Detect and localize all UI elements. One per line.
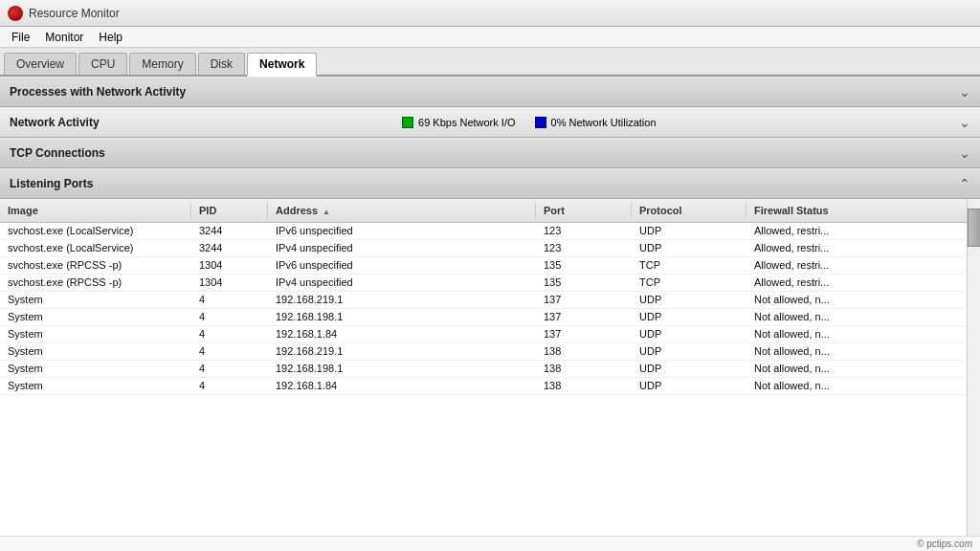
scrollbar-thumb[interactable] bbox=[968, 209, 980, 247]
cell-port: 138 bbox=[536, 378, 632, 394]
cell-image: svchost.exe (RPCSS -p) bbox=[0, 257, 191, 274]
cell-firewallStatus: Allowed, restri... bbox=[746, 275, 967, 291]
title-bar: Resource Monitor bbox=[0, 0, 980, 27]
col-protocol[interactable]: Protocol bbox=[632, 202, 746, 219]
cell-pid: 1304 bbox=[191, 257, 268, 274]
cell-image: svchost.exe (LocalService) bbox=[0, 240, 191, 256]
cell-port: 135 bbox=[536, 275, 632, 291]
tab-disk[interactable]: Disk bbox=[198, 53, 245, 75]
listening-ports-header[interactable]: Listening Ports ⌃ bbox=[0, 168, 980, 199]
table-header: Image PID Address ▲ Port P bbox=[0, 199, 967, 223]
footer: © pctips.com bbox=[0, 536, 980, 551]
tcp-connections-title: TCP Connections bbox=[10, 146, 105, 160]
cell-firewallStatus: Not allowed, n... bbox=[746, 292, 967, 308]
cell-pid: 4 bbox=[191, 292, 268, 308]
processes-network-section-header[interactable]: Processes with Network Activity ⌄ bbox=[0, 77, 980, 107]
cell-protocol: UDP bbox=[632, 378, 746, 394]
cell-image: System bbox=[0, 292, 191, 308]
table-row[interactable]: System4192.168.219.1138UDPNot allowed, n… bbox=[0, 343, 967, 361]
cell-firewallStatus: Allowed, restri... bbox=[746, 240, 967, 256]
cell-port: 137 bbox=[536, 309, 632, 325]
cell-address: 192.168.219.1 bbox=[268, 292, 536, 308]
cell-port: 135 bbox=[536, 257, 632, 274]
cell-address: 192.168.1.84 bbox=[268, 378, 536, 394]
network-activity-title: Network Activity bbox=[10, 116, 100, 129]
menu-file[interactable]: File bbox=[4, 30, 37, 45]
cell-port: 138 bbox=[536, 343, 632, 360]
tab-memory[interactable]: Memory bbox=[129, 53, 195, 75]
network-activity-section-header[interactable]: Network Activity 69 Kbps Network I/O 0% … bbox=[0, 107, 980, 138]
col-pid[interactable]: PID bbox=[191, 202, 268, 219]
table-row[interactable]: svchost.exe (LocalService)3244IPv4 unspe… bbox=[0, 240, 967, 257]
cell-address: IPv4 unspecified bbox=[268, 275, 536, 291]
cell-address: 192.168.219.1 bbox=[268, 343, 536, 360]
cell-pid: 3244 bbox=[191, 223, 268, 239]
cell-port: 138 bbox=[536, 361, 632, 377]
cell-image: System bbox=[0, 343, 191, 360]
menu-monitor[interactable]: Monitor bbox=[37, 30, 91, 45]
network-activity-chevron: ⌄ bbox=[959, 115, 970, 130]
cell-port: 137 bbox=[536, 292, 632, 308]
col-firewall[interactable]: Firewall Status bbox=[746, 202, 967, 219]
cell-firewallStatus: Not allowed, n... bbox=[746, 378, 967, 394]
tcp-connections-chevron: ⌄ bbox=[959, 145, 970, 161]
col-address[interactable]: Address ▲ bbox=[268, 202, 536, 219]
table-row[interactable]: System4192.168.1.84137UDPNot allowed, n.… bbox=[0, 326, 967, 343]
app-title: Resource Monitor bbox=[29, 7, 120, 20]
network-io-text: 69 Kbps Network I/O bbox=[418, 117, 516, 128]
cell-image: svchost.exe (LocalService) bbox=[0, 223, 191, 239]
cell-address: 192.168.198.1 bbox=[268, 361, 536, 377]
cell-image: svchost.exe (RPCSS -p) bbox=[0, 275, 191, 291]
cell-port: 123 bbox=[536, 240, 632, 256]
green-dot bbox=[402, 117, 413, 128]
cell-protocol: UDP bbox=[632, 361, 746, 377]
cell-image: System bbox=[0, 361, 191, 377]
cell-firewallStatus: Not allowed, n... bbox=[746, 343, 967, 360]
table-row[interactable]: System4192.168.198.1137UDPNot allowed, n… bbox=[0, 309, 967, 326]
col-image[interactable]: Image bbox=[0, 202, 191, 219]
processes-network-chevron: ⌄ bbox=[959, 84, 970, 99]
cell-firewallStatus: Not allowed, n... bbox=[746, 361, 967, 377]
cell-firewallStatus: Not allowed, n... bbox=[746, 309, 967, 325]
cell-port: 137 bbox=[536, 326, 632, 342]
listening-ports-expanded: Image PID Address ▲ Port P bbox=[0, 199, 980, 536]
listening-ports-title: Listening Ports bbox=[10, 177, 93, 190]
main-content: Processes with Network Activity ⌄ Networ… bbox=[0, 77, 980, 551]
cell-address: IPv4 unspecified bbox=[268, 240, 536, 256]
scrollbar-track[interactable] bbox=[967, 199, 980, 536]
cell-pid: 4 bbox=[191, 361, 268, 377]
cell-pid: 4 bbox=[191, 309, 268, 325]
cell-protocol: UDP bbox=[632, 309, 746, 325]
tcp-connections-section-header[interactable]: TCP Connections ⌄ bbox=[0, 138, 980, 168]
table-row[interactable]: svchost.exe (RPCSS -p)1304IPv4 unspecifi… bbox=[0, 275, 967, 292]
cell-address: 192.168.198.1 bbox=[268, 309, 536, 325]
network-utilization-badge: 0% Network Utilization bbox=[535, 117, 657, 128]
col-port[interactable]: Port bbox=[536, 202, 632, 219]
tab-overview[interactable]: Overview bbox=[4, 53, 77, 75]
listening-ports-section: Listening Ports ⌃ Image PID Address bbox=[0, 168, 980, 536]
processes-network-title: Processes with Network Activity bbox=[10, 85, 186, 99]
table-wrapper: Image PID Address ▲ Port P bbox=[0, 199, 980, 536]
menu-help[interactable]: Help bbox=[91, 30, 130, 45]
cell-image: System bbox=[0, 326, 191, 342]
cell-image: System bbox=[0, 378, 191, 394]
cell-port: 123 bbox=[536, 223, 632, 239]
cell-pid: 3244 bbox=[191, 240, 268, 256]
table-row[interactable]: System4192.168.219.1137UDPNot allowed, n… bbox=[0, 292, 967, 309]
table-row[interactable]: svchost.exe (RPCSS -p)1304IPv6 unspecifi… bbox=[0, 257, 967, 275]
sort-arrow-address: ▲ bbox=[323, 208, 330, 216]
cell-address: 192.168.1.84 bbox=[268, 326, 536, 342]
table-row[interactable]: System4192.168.198.1138UDPNot allowed, n… bbox=[0, 361, 967, 378]
table-row[interactable]: System4192.168.1.84138UDPNot allowed, n.… bbox=[0, 378, 967, 395]
tab-network[interactable]: Network bbox=[247, 53, 317, 77]
network-activity-badges: 69 Kbps Network I/O 0% Network Utilizati… bbox=[402, 117, 657, 128]
cell-pid: 4 bbox=[191, 378, 268, 394]
cell-firewallStatus: Not allowed, n... bbox=[746, 326, 967, 342]
tab-cpu[interactable]: CPU bbox=[78, 53, 127, 75]
cell-address: IPv6 unspecified bbox=[268, 223, 536, 239]
cell-pid: 4 bbox=[191, 343, 268, 360]
cell-protocol: UDP bbox=[632, 326, 746, 342]
footer-text: © pctips.com bbox=[917, 539, 972, 549]
cell-protocol: UDP bbox=[632, 223, 746, 239]
table-row[interactable]: svchost.exe (LocalService)3244IPv6 unspe… bbox=[0, 223, 967, 240]
